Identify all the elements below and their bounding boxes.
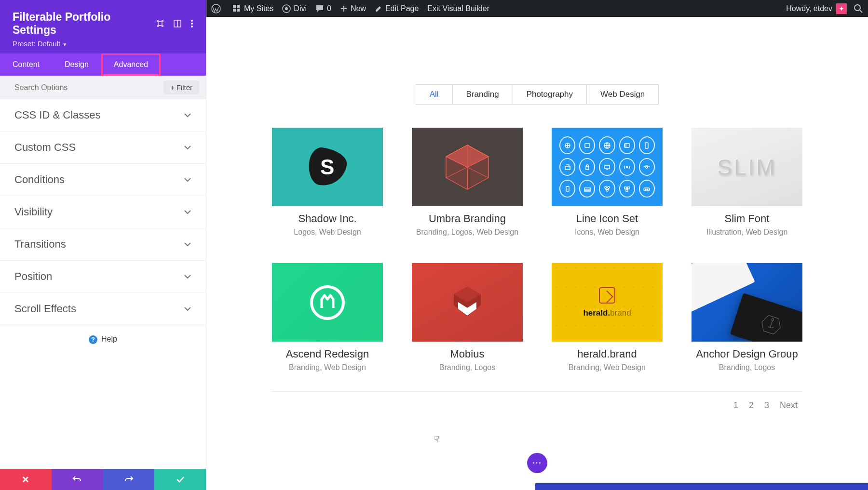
divi-link[interactable]: Divi [282,4,307,13]
svg-point-42 [312,287,343,318]
new-link[interactable]: New [340,4,366,13]
thumb-anchor [692,263,802,342]
section-label: Custom CSS [14,141,76,154]
card-cats: Branding, Logos [412,363,523,372]
preview-canvas: All Branding Photography Web Design Shad… [206,17,868,490]
svg-rect-4 [237,9,240,12]
divi-label: Divi [294,4,307,13]
exit-builder-link[interactable]: Exit Visual Builder [427,4,489,13]
tab-advanced[interactable]: Advanced [101,53,161,76]
section-visibility[interactable]: Visibility [0,196,206,228]
kebab-icon[interactable] [190,19,193,28]
chevron-down-icon [184,210,191,214]
section-scroll-effects[interactable]: Scroll Effects [0,293,206,325]
svg-rect-30 [566,186,569,191]
svg-rect-31 [584,188,590,190]
cancel-button[interactable] [0,469,52,490]
section-transitions[interactable]: Transitions [0,228,206,261]
wp-admin-bar: My Sites Divi 0 New Edit Page Exit Visua… [206,0,868,17]
search-input[interactable] [14,83,163,92]
account-menu[interactable]: Howdy, etdev✦ [786,3,847,14]
chevron-down-icon [184,242,191,247]
svg-point-41 [647,189,648,190]
pencil-icon [375,5,382,13]
svg-rect-24 [645,143,648,148]
portfolio-item[interactable]: Mobius Branding, Logos [412,263,523,372]
cursor-icon: ☟ [434,434,439,445]
section-label: Transitions [14,238,66,251]
svg-point-28 [626,166,628,168]
page-next[interactable]: Next [780,400,798,411]
card-cats: Logos, Web Design [272,228,383,237]
portfolio-item[interactable]: Shadow Inc. Logos, Web Design [272,128,383,237]
svg-rect-37 [627,187,629,189]
svg-rect-26 [586,167,589,170]
portfolio-item[interactable]: Ascend Redesign Branding, Web Design [272,263,383,372]
caret-down-icon: ▼ [62,42,67,47]
plus-small-icon: + [170,83,175,92]
snap-icon[interactable] [156,19,164,28]
section-label: CSS ID & Classes [14,109,101,121]
card-title: Umbra Branding [412,212,523,225]
undo-button[interactable] [52,469,103,490]
expand-icon[interactable] [173,19,182,28]
page-1[interactable]: 1 [733,400,738,411]
comments-count: 0 [327,4,331,13]
section-css-id[interactable]: CSS ID & Classes [0,99,206,132]
check-icon [176,476,185,483]
panel-footer [0,469,206,490]
card-title: Line Icon Set [552,212,663,225]
card-title: Shadow Inc. [272,212,383,225]
herald-text: herald.brand [583,308,631,318]
section-handle[interactable] [535,483,868,490]
section-conditions[interactable]: Conditions [0,164,206,196]
exit-builder-label: Exit Visual Builder [427,4,489,13]
thumb-icons [552,128,663,206]
card-cats: Branding, Web Design [272,363,383,372]
section-position[interactable]: Position [0,261,206,293]
my-sites-link[interactable]: My Sites [232,4,273,13]
portfolio-item[interactable]: herald.brand herald.brand Branding, Web … [552,263,663,372]
save-button[interactable] [154,469,206,490]
svg-rect-8 [158,22,162,26]
preset-label: Preset: Default [13,40,60,48]
portfolio-item[interactable]: Anchor Design Group Branding, Logos [692,263,802,372]
svg-point-33 [605,186,607,188]
tab-design[interactable]: Design [52,53,101,76]
comments-link[interactable]: 0 [315,4,331,13]
filter-branding[interactable]: Branding [452,84,513,105]
redo-button[interactable] [103,469,155,490]
thumb-ascend [272,263,383,342]
preset-dropdown[interactable]: Preset: Default▼ [13,40,193,48]
admin-search[interactable] [854,4,863,13]
undo-icon [72,476,82,483]
portfolio-item[interactable]: Umbra Branding Branding, Logos, Web Desi… [412,128,523,237]
filter-all[interactable]: All [416,84,453,105]
thumb-herald: herald.brand [552,263,663,342]
tab-content[interactable]: Content [0,53,52,76]
section-custom-css[interactable]: Custom CSS [0,132,206,164]
svg-point-11 [191,23,193,25]
panel-title: Filterable Portfolio Settings [13,11,156,37]
filter-webdesign[interactable]: Web Design [586,84,659,105]
edit-page-link[interactable]: Edit Page [375,4,419,13]
portfolio-item[interactable]: SLIM Slim Font Illustration, Web Design [692,128,802,237]
wp-logo-menu[interactable] [211,4,224,13]
search-row: +Filter [0,76,206,99]
filter-button[interactable]: +Filter [163,80,199,94]
portfolio-item[interactable]: Line Icon Set Icons, Web Design [552,128,663,237]
help-link[interactable]: ?Help [0,325,206,354]
svg-point-34 [608,186,610,188]
filter-photography[interactable]: Photography [513,84,587,105]
ellipsis-icon: ··· [532,459,542,467]
plus-icon [340,5,348,13]
builder-fab[interactable]: ··· [527,453,547,473]
page-3[interactable]: 3 [764,400,769,411]
card-cats: Branding, Logos [692,363,802,372]
svg-rect-2 [237,5,240,8]
card-title: Mobius [412,348,523,360]
herald-shield-icon [599,287,615,304]
page-2[interactable]: 2 [749,400,754,411]
chevron-down-icon [184,177,191,182]
pagination: 1 2 3 Next [272,391,802,411]
